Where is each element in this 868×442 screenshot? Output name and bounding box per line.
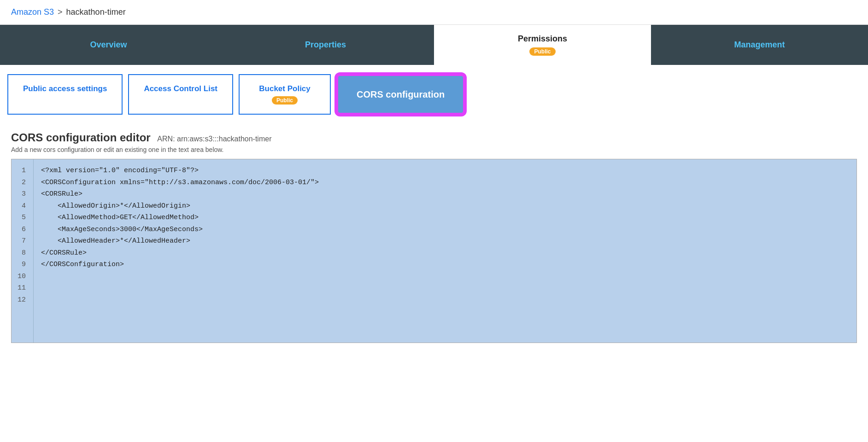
breadcrumb-amazon-s3[interactable]: Amazon S3	[11, 7, 54, 17]
line-num-9: 9	[17, 259, 29, 271]
line-num-4: 4	[17, 200, 29, 212]
tab-permissions[interactable]: Permissions Public	[434, 25, 651, 65]
bucket-policy-button[interactable]: Bucket Policy Public	[239, 74, 331, 115]
breadcrumb-separator: >	[58, 7, 63, 17]
line-num-5: 5	[17, 212, 29, 224]
line-num-8: 8	[17, 247, 29, 259]
editor-title-main: CORS configuration editor	[11, 131, 151, 144]
code-editor[interactable]: 1 2 3 4 5 6 7 8 9 10 11 12 <?xml version…	[11, 159, 857, 343]
breadcrumb: Amazon S3 > hackathon-timer	[11, 7, 857, 17]
line-numbers: 1 2 3 4 5 6 7 8 9 10 11 12	[12, 159, 34, 343]
tab-overview[interactable]: Overview	[0, 25, 217, 65]
tab-properties[interactable]: Properties	[217, 25, 434, 65]
permission-sub-tabs: Public access settings Access Control Li…	[0, 65, 868, 124]
code-text[interactable]: <?xml version="1.0" encoding="UTF-8"?> <…	[34, 159, 856, 343]
editor-title: CORS configuration editor ARN: arn:aws:s…	[11, 131, 857, 144]
main-tabs: Overview Properties Permissions Public M…	[0, 25, 868, 65]
cors-editor-section: CORS configuration editor ARN: arn:aws:s…	[0, 124, 868, 343]
top-bar: Amazon S3 > hackathon-timer	[0, 0, 868, 25]
permissions-badge: Public	[529, 47, 555, 56]
line-num-7: 7	[17, 235, 29, 247]
line-num-1: 1	[17, 165, 29, 177]
line-num-11: 11	[17, 282, 29, 294]
breadcrumb-bucket-name: hackathon-timer	[66, 7, 126, 17]
line-num-3: 3	[17, 188, 29, 200]
editor-title-arn: ARN: arn:aws:s3:::hackathon-timer	[157, 135, 271, 143]
cors-configuration-button[interactable]: CORS configuration	[336, 74, 465, 115]
line-num-2: 2	[17, 177, 29, 189]
bucket-policy-badge: Public	[272, 96, 298, 105]
editor-subtitle: Add a new cors configuration or edit an …	[11, 146, 857, 153]
line-num-10: 10	[17, 271, 29, 283]
public-access-settings-button[interactable]: Public access settings	[7, 74, 123, 115]
tab-management[interactable]: Management	[651, 25, 868, 65]
line-num-12: 12	[17, 294, 29, 306]
line-num-6: 6	[17, 224, 29, 236]
acl-button[interactable]: Access Control List	[128, 74, 233, 115]
